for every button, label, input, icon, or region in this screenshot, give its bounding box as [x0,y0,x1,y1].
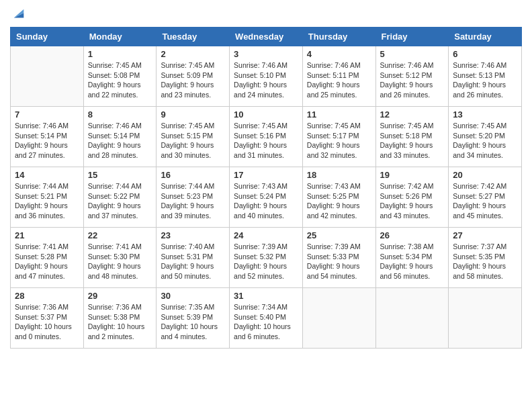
daylight-text: Daylight: 9 hours and 45 minutes. [453,201,506,220]
daylight-text: Daylight: 9 hours and 25 minutes. [307,81,360,99]
sunrise-text: Sunrise: 7:43 AM [234,182,287,190]
sunset-text: Sunset: 5:08 PM [88,71,140,79]
day-info: Sunrise: 7:45 AMSunset: 5:08 PMDaylight:… [88,60,152,100]
daylight-text: Daylight: 9 hours and 56 minutes. [380,262,433,280]
sunset-text: Sunset: 5:33 PM [307,253,359,261]
sunrise-text: Sunrise: 7:35 AM [161,303,214,311]
calendar-cell: 8Sunrise: 7:46 AMSunset: 5:14 PMDaylight… [83,107,157,167]
day-info: Sunrise: 7:40 AMSunset: 5:31 PMDaylight:… [161,242,225,281]
day-number: 9 [161,109,225,120]
daylight-text: Daylight: 10 hours and 2 minutes. [88,322,145,340]
calendar-cell: 11Sunrise: 7:45 AMSunset: 5:17 PMDayligh… [302,107,375,167]
sunrise-text: Sunrise: 7:46 AM [88,122,142,130]
daylight-text: Daylight: 10 hours and 0 minutes. [15,322,72,340]
day-number: 18 [307,170,371,180]
daylight-text: Daylight: 9 hours and 39 minutes. [161,201,214,220]
daylight-text: Daylight: 9 hours and 37 minutes. [88,201,141,220]
sunset-text: Sunset: 5:35 PM [453,253,505,261]
sunrise-text: Sunrise: 7:45 AM [380,122,434,130]
daylight-text: Daylight: 9 hours and 26 minutes. [380,81,433,99]
day-number: 21 [15,230,79,240]
daylight-text: Daylight: 9 hours and 32 minutes. [307,141,360,159]
calendar-cell: 26Sunrise: 7:38 AMSunset: 5:34 PMDayligh… [375,228,449,288]
daylight-text: Daylight: 10 hours and 4 minutes. [161,322,218,340]
day-info: Sunrise: 7:44 AMSunset: 5:22 PMDaylight:… [88,181,152,221]
daylight-text: Daylight: 9 hours and 54 minutes. [307,262,360,280]
day-number: 10 [234,109,298,120]
daylight-text: Daylight: 9 hours and 33 minutes. [380,141,433,159]
daylight-text: Daylight: 9 hours and 30 minutes. [161,141,214,159]
calendar-cell: 14Sunrise: 7:44 AMSunset: 5:21 PMDayligh… [11,167,84,228]
day-info: Sunrise: 7:43 AMSunset: 5:24 PMDaylight:… [234,181,298,221]
day-number: 19 [380,170,445,180]
sunrise-text: Sunrise: 7:39 AM [234,242,287,250]
sunset-text: Sunset: 5:23 PM [161,192,213,200]
calendar-cell: 20Sunrise: 7:42 AMSunset: 5:27 PMDayligh… [449,167,522,228]
sunrise-text: Sunrise: 7:46 AM [15,122,69,130]
day-info: Sunrise: 7:42 AMSunset: 5:27 PMDaylight:… [453,181,517,221]
day-info: Sunrise: 7:35 AMSunset: 5:39 PMDaylight:… [161,302,225,342]
sunrise-text: Sunrise: 7:46 AM [234,61,287,69]
daylight-text: Daylight: 9 hours and 31 minutes. [234,141,287,159]
sunset-text: Sunset: 5:12 PM [380,71,433,79]
day-number: 4 [307,49,371,59]
sunrise-text: Sunrise: 7:38 AM [380,242,434,250]
sunrise-text: Sunrise: 7:36 AM [88,303,142,311]
sunset-text: Sunset: 5:25 PM [307,192,359,200]
daylight-text: Daylight: 9 hours and 36 minutes. [15,201,68,220]
sunset-text: Sunset: 5:26 PM [380,192,433,200]
day-number: 14 [15,170,79,180]
day-info: Sunrise: 7:46 AMSunset: 5:14 PMDaylight:… [88,121,152,161]
sunrise-text: Sunrise: 7:45 AM [161,61,214,69]
calendar-week-row: 28Sunrise: 7:36 AMSunset: 5:37 PMDayligh… [11,288,522,349]
day-info: Sunrise: 7:36 AMSunset: 5:37 PMDaylight:… [15,302,79,342]
sunrise-text: Sunrise: 7:46 AM [453,61,506,69]
day-info: Sunrise: 7:46 AMSunset: 5:13 PMDaylight:… [453,60,517,100]
calendar-cell: 10Sunrise: 7:45 AMSunset: 5:16 PMDayligh… [230,107,303,167]
sunrise-text: Sunrise: 7:36 AM [15,303,69,311]
sunrise-text: Sunrise: 7:44 AM [15,182,69,190]
daylight-text: Daylight: 9 hours and 50 minutes. [161,262,214,280]
day-number: 8 [88,109,152,120]
day-number: 31 [234,291,298,301]
calendar-cell [375,288,449,349]
day-info: Sunrise: 7:44 AMSunset: 5:21 PMDaylight:… [15,181,79,221]
sunset-text: Sunset: 5:10 PM [234,71,286,79]
sunset-text: Sunset: 5:11 PM [307,71,359,79]
calendar-cell: 15Sunrise: 7:44 AMSunset: 5:22 PMDayligh… [83,167,157,228]
sunrise-text: Sunrise: 7:41 AM [15,242,69,250]
sunrise-text: Sunrise: 7:42 AM [380,182,434,190]
daylight-text: Daylight: 9 hours and 47 minutes. [15,262,68,280]
sunset-text: Sunset: 5:17 PM [307,132,359,140]
daylight-text: Daylight: 9 hours and 23 minutes. [161,81,214,99]
calendar-cell: 19Sunrise: 7:42 AMSunset: 5:26 PMDayligh… [375,167,449,228]
day-number: 12 [380,109,445,120]
calendar-week-row: 1Sunrise: 7:45 AMSunset: 5:08 PMDaylight… [11,46,522,107]
day-number: 28 [15,291,79,301]
sunset-text: Sunset: 5:15 PM [161,132,213,140]
daylight-text: Daylight: 9 hours and 34 minutes. [453,141,506,159]
sunset-text: Sunset: 5:30 PM [88,253,140,261]
sunrise-text: Sunrise: 7:43 AM [307,182,361,190]
calendar-cell: 21Sunrise: 7:41 AMSunset: 5:28 PMDayligh… [11,228,84,288]
daylight-text: Daylight: 9 hours and 22 minutes. [88,81,141,99]
day-number: 15 [88,170,152,180]
sunrise-text: Sunrise: 7:40 AM [161,242,214,250]
day-info: Sunrise: 7:46 AMSunset: 5:12 PMDaylight:… [380,60,445,100]
day-info: Sunrise: 7:45 AMSunset: 5:15 PMDaylight:… [161,121,225,161]
calendar-cell: 18Sunrise: 7:43 AMSunset: 5:25 PMDayligh… [302,167,375,228]
sunset-text: Sunset: 5:18 PM [380,132,433,140]
calendar-cell: 4Sunrise: 7:46 AMSunset: 5:11 PMDaylight… [302,46,375,107]
sunset-text: Sunset: 5:16 PM [234,132,286,140]
sunset-text: Sunset: 5:28 PM [15,253,67,261]
sunset-text: Sunset: 5:13 PM [453,71,505,79]
day-info: Sunrise: 7:44 AMSunset: 5:23 PMDaylight:… [161,181,225,221]
day-number: 23 [161,230,225,240]
calendar-cell: 31Sunrise: 7:34 AMSunset: 5:40 PMDayligh… [230,288,303,349]
sunset-text: Sunset: 5:20 PM [453,132,505,140]
day-info: Sunrise: 7:45 AMSunset: 5:18 PMDaylight:… [380,121,445,161]
weekday-header-friday: Friday [375,28,449,46]
sunset-text: Sunset: 5:40 PM [234,313,286,321]
calendar-cell: 6Sunrise: 7:46 AMSunset: 5:13 PMDaylight… [449,46,522,107]
sunrise-text: Sunrise: 7:46 AM [307,61,361,69]
